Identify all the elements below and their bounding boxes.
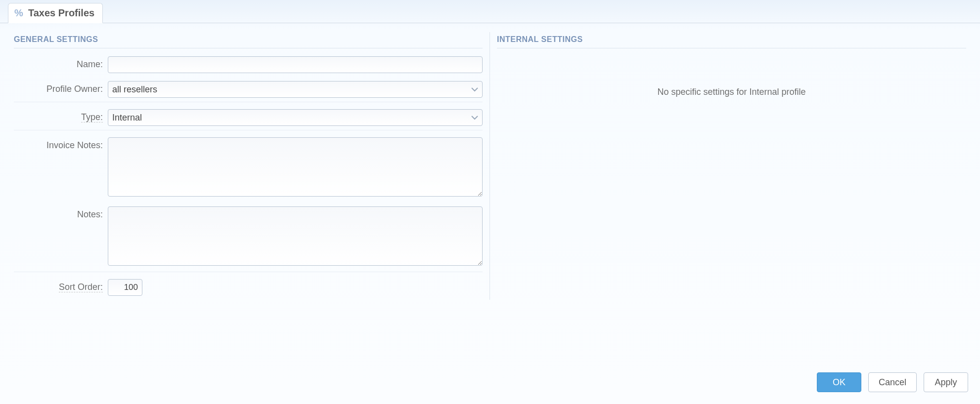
name-input[interactable] xyxy=(108,56,483,73)
label-profile-owner: Profile Owner: xyxy=(46,84,103,94)
apply-button[interactable]: Apply xyxy=(924,372,968,392)
profile-owner-value: all resellers xyxy=(112,84,157,95)
type-value: Internal xyxy=(112,113,142,123)
cancel-button[interactable]: Cancel xyxy=(868,372,917,392)
internal-settings-message: No specific settings for Internal profil… xyxy=(497,52,966,97)
page: % Taxes Profiles GENERAL SETTINGS Name: … xyxy=(0,0,980,404)
label-invoice-notes: Invoice Notes: xyxy=(46,140,103,150)
invoice-notes-textarea[interactable] xyxy=(108,137,483,197)
label-notes: Notes: xyxy=(77,209,103,219)
notes-textarea[interactable] xyxy=(108,206,483,266)
label-name: Name: xyxy=(77,59,103,69)
sort-order-input[interactable] xyxy=(108,279,142,296)
general-settings-title: GENERAL SETTINGS xyxy=(14,32,483,48)
internal-settings-panel: INTERNAL SETTINGS No specific settings f… xyxy=(490,32,973,300)
tab-strip: % Taxes Profiles xyxy=(0,0,980,23)
row-type: Type: Internal xyxy=(14,105,483,130)
chevron-down-icon xyxy=(471,87,478,92)
row-invoice-notes: Invoice Notes: xyxy=(14,133,483,202)
label-sort-order: Sort Order: xyxy=(59,282,103,292)
profile-owner-select[interactable]: all resellers xyxy=(108,81,483,98)
row-sort-order: Sort Order: xyxy=(14,275,483,300)
row-notes: Notes: xyxy=(14,202,483,272)
tab-taxes-profiles[interactable]: % Taxes Profiles xyxy=(8,3,103,23)
type-select[interactable]: Internal xyxy=(108,109,483,126)
tab-label: Taxes Profiles xyxy=(28,7,94,19)
label-type: Type: xyxy=(81,112,103,122)
row-name: Name: xyxy=(14,52,483,77)
chevron-down-icon xyxy=(471,115,478,120)
content: GENERAL SETTINGS Name: Profile Owner: al… xyxy=(0,23,980,300)
percent-icon: % xyxy=(13,8,24,19)
row-profile-owner: Profile Owner: all resellers xyxy=(14,77,483,102)
internal-settings-title: INTERNAL SETTINGS xyxy=(497,32,966,48)
general-settings-panel: GENERAL SETTINGS Name: Profile Owner: al… xyxy=(7,32,490,300)
ok-button[interactable]: OK xyxy=(817,372,861,392)
footer-buttons: OK Cancel Apply xyxy=(817,372,968,392)
